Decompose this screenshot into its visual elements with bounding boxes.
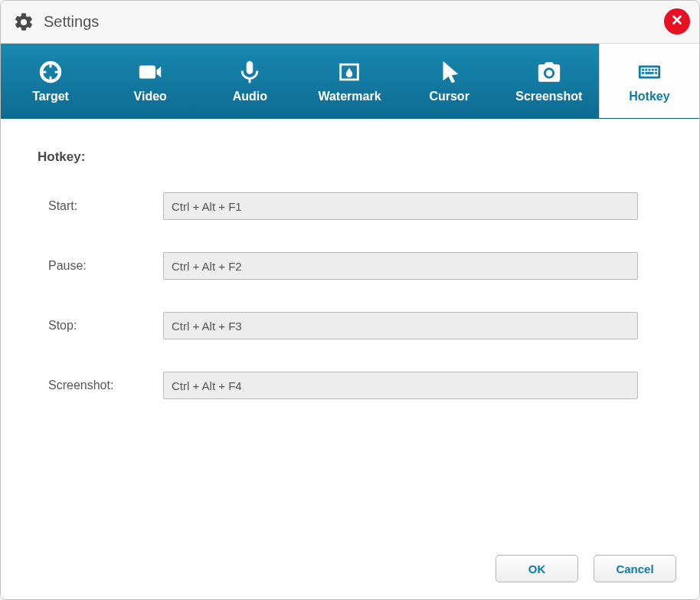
hotkey-label: Pause: [48,259,163,273]
tab-bar: Target Video Audio Watermark Cursor [1,44,699,119]
svg-rect-5 [55,70,61,73]
ok-button[interactable]: OK [496,555,578,582]
microphone-icon [237,59,263,85]
close-icon [670,13,684,30]
settings-window: Settings Target Video Audio [0,0,700,600]
titlebar: Settings [1,1,699,44]
hotkey-label: Stop: [48,319,163,333]
tab-label: Hotkey [629,90,669,103]
tab-label: Watermark [318,90,381,103]
hotkey-row-pause: Pause: [38,252,662,280]
hotkey-label: Screenshot: [48,379,163,392]
tab-label: Screenshot [515,90,582,103]
button-row: OK Cancel [496,555,676,582]
tab-screenshot[interactable]: Screenshot [499,44,599,118]
tab-label: Cursor [429,90,469,103]
target-icon [38,59,64,85]
svg-rect-4 [41,70,46,73]
hotkey-row-start: Start: [38,192,662,220]
hotkey-input-screenshot[interactable] [163,372,638,399]
svg-rect-3 [50,76,52,81]
tab-video[interactable]: Video [100,44,200,118]
hotkey-label: Start: [48,199,163,213]
tab-hotkey[interactable]: Hotkey [599,44,699,118]
close-button[interactable] [664,8,690,34]
window-title: Settings [44,13,99,31]
video-camera-icon [137,59,163,85]
tab-label: Target [32,90,69,103]
keyboard-icon [636,59,662,85]
tab-label: Video [134,90,167,103]
gear-icon [13,11,34,33]
hotkey-input-stop[interactable] [163,312,638,339]
tab-audio[interactable]: Audio [200,44,299,118]
hotkey-row-stop: Stop: [38,312,662,339]
hotkey-input-start[interactable] [163,192,638,220]
section-title: Hotkey: [38,149,662,165]
svg-rect-2 [50,62,52,67]
camera-icon [536,59,562,85]
tab-cursor[interactable]: Cursor [400,44,499,118]
tab-watermark[interactable]: Watermark [299,44,399,118]
hotkey-row-screenshot: Screenshot: [38,372,662,399]
watermark-icon [336,59,362,85]
cursor-icon [437,59,463,85]
tab-label: Audio [233,90,267,103]
cancel-button[interactable]: Cancel [594,555,676,582]
tab-target[interactable]: Target [1,44,100,118]
content-panel: Hotkey: Start: Pause: Stop: Screenshot: … [1,119,699,599]
hotkey-input-pause[interactable] [163,252,638,280]
